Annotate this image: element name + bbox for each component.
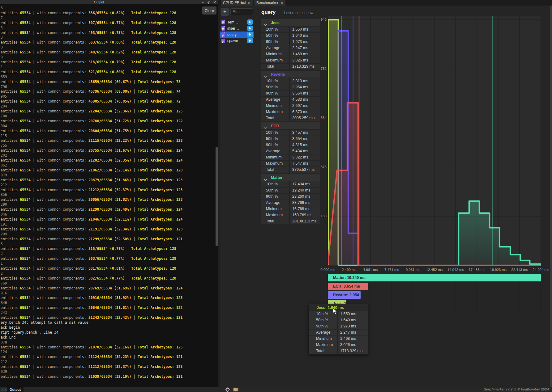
stat-value: 6.370 ms xyxy=(289,109,320,115)
stat-value: 17.404 ms xyxy=(289,181,320,187)
stat-label: Average xyxy=(261,148,289,154)
tab-close-icon[interactable]: ✕ xyxy=(248,1,250,5)
stat-row: Average2.247 ms xyxy=(261,45,320,51)
run-benchmark-button[interactable] xyxy=(247,19,253,25)
tab-cpudiff[interactable]: CPUDIFF.rbxl✕ xyxy=(221,0,253,6)
stat-label: Maximum xyxy=(261,109,289,115)
output-log-line: entities 65534 │ with common components:… xyxy=(1,129,218,134)
sidebar-item-Tem[interactable]: Tem… xyxy=(220,19,254,25)
tooltip-rows: 10th %1.550 ms50th %1.640 ms90th %1.973 … xyxy=(309,311,368,354)
chevron-down-icon[interactable] xyxy=(201,1,204,4)
series-tooltip: Jecs: 1.640 ms 10th %1.550 ms50th %1.640… xyxy=(309,304,368,355)
stat-value: 4.533 ms xyxy=(289,97,320,103)
run-benchmark-button[interactable] xyxy=(247,38,253,43)
run-benchmark-button[interactable] xyxy=(247,32,253,37)
section-header[interactable]: Matter xyxy=(261,174,320,181)
dock-tab-strip: CPUDIFF.rbxl✕ Benchmarker✕ xyxy=(218,0,552,6)
stat-row: Minimum1.468 ms xyxy=(261,51,320,57)
output-log-line: entities 65534 │ with common components:… xyxy=(1,119,218,124)
tooltip-stat-label: Maximum xyxy=(309,342,337,348)
dock-window-icon[interactable] xyxy=(207,1,211,4)
section-header[interactable]: Jecs xyxy=(261,19,320,26)
output-log[interactable]: 6entities 65534 │ with common components… xyxy=(0,4,218,387)
stat-label: 50th % xyxy=(261,136,289,142)
stat-label: Total xyxy=(261,115,289,121)
gear-icon[interactable] xyxy=(225,387,230,392)
stat-label: 90th % xyxy=(261,91,289,96)
filter-input[interactable] xyxy=(230,8,253,15)
stat-value: 2.813 ms xyxy=(289,78,320,84)
stat-row: 90th %4.315 ms xyxy=(261,142,320,148)
stat-value: 3.654 ms xyxy=(289,136,320,142)
output-log-line: entities 65534 │ with common components:… xyxy=(1,50,218,55)
stat-row: Total1713.329 ms xyxy=(261,64,320,70)
stat-label: 90th % xyxy=(261,142,289,148)
stat-value: 20108.113 ms xyxy=(289,218,320,224)
sidebar-item-query[interactable]: query xyxy=(220,32,254,38)
tooltip-stat-value: 2.247 ms xyxy=(337,330,368,335)
output-log-line: entities 65534 │ with common components:… xyxy=(1,99,218,104)
mouse-cursor xyxy=(333,308,338,315)
stat-value: 1.973 ms xyxy=(289,39,320,45)
stat-label: Total xyxy=(261,218,289,224)
tooltip-stat-label: Total xyxy=(309,348,337,354)
sidebar-item-inser[interactable]: inser… xyxy=(220,25,254,32)
output-log-line: entities 65534 │ with common components:… xyxy=(1,11,218,16)
stat-row: 50th %3.654 ms xyxy=(261,136,320,142)
tooltip-stat-row: Maximum3.026 ms xyxy=(309,342,368,348)
bottom-tab-output[interactable]: Output xyxy=(7,387,24,392)
stat-row: Total3795.537 ms xyxy=(261,167,320,173)
stat-value: 3.026 ms xyxy=(289,57,320,63)
output-scrollbar-thumb[interactable] xyxy=(216,147,218,246)
output-log-line: entities 65534 │ with common components:… xyxy=(1,247,218,251)
stats-section-rewrite: Rewrite10th %2.813 ms50th %2.954 ms90th … xyxy=(261,71,320,121)
sidebar-item-spawn[interactable]: spawn xyxy=(220,38,254,44)
tooltip-stat-label: 50th % xyxy=(309,317,337,323)
legend-bar-matter[interactable]: Matter: 19.240 ms xyxy=(328,274,541,281)
output-log-line: entities 65534 │ with common components:… xyxy=(1,40,218,45)
run-benchmark-button[interactable] xyxy=(247,26,253,31)
legend-bar-ecr[interactable]: ECR: 3.654 ms xyxy=(328,283,368,290)
section-name: Rewrite xyxy=(271,72,285,77)
legend-bar-rewrite[interactable]: Rewrite: 2.954… xyxy=(328,291,361,299)
tab-close-icon[interactable]: ✕ xyxy=(280,1,283,5)
clear-output-button[interactable]: Clear xyxy=(202,6,216,15)
tab-benchmarker[interactable]: Benchmarker✕ xyxy=(254,0,285,6)
x-axis-tick-label: 24.904 ms xyxy=(528,268,552,272)
output-log-line: entities 65534 │ with common components:… xyxy=(1,158,218,163)
output-panel: Output 6entities 65534 │ with common com… xyxy=(0,0,218,387)
section-header[interactable]: ECR xyxy=(261,122,320,129)
tab-benchmarker-label: Benchmarker xyxy=(256,1,278,5)
benchmark-histogram-chart[interactable] xyxy=(328,15,541,267)
stat-label: Maximum xyxy=(261,161,289,166)
output-log-line: entities 65534 │ with common components:… xyxy=(1,80,218,85)
section-header[interactable]: Rewrite xyxy=(261,71,320,78)
tooltip-stat-row: Minimum1.468 ms xyxy=(309,336,368,342)
output-log-line: entities 65534 │ with common components:… xyxy=(1,217,218,222)
stat-value: 3.457 ms xyxy=(289,130,320,136)
stats-section-jecs: Jecs10th %1.550 ms50th %1.640 ms90th %1.… xyxy=(261,19,320,70)
stat-label: Average xyxy=(261,200,289,206)
stat-row: Maximum150.769 ms xyxy=(261,212,320,218)
module-script-icon xyxy=(221,32,226,38)
module-script-icon xyxy=(221,20,226,26)
benchmark-name: inser… xyxy=(227,25,239,32)
stat-value: 3.564 ms xyxy=(289,91,320,96)
close-icon[interactable] xyxy=(213,1,216,4)
chevron-down-icon xyxy=(264,73,267,80)
output-log-line: entities 65534 │ with common components:… xyxy=(1,109,218,114)
module-script-icon xyxy=(221,38,226,44)
stat-row: 90th %3.564 ms xyxy=(261,91,320,96)
output-log-line: entities 65534 │ with common components:… xyxy=(1,178,218,183)
panel-scrollbar[interactable] xyxy=(550,6,552,387)
stat-row: 10th %3.457 ms xyxy=(261,130,320,136)
add-benchmark-button[interactable]: + xyxy=(221,8,229,16)
benchmark-name: query xyxy=(227,32,237,38)
output-log-line: entities 65534 │ with common components:… xyxy=(1,70,218,75)
output-log-line: entities 65534 │ with common components:… xyxy=(1,89,218,94)
output-log-line: entities 65534 │ with common components:… xyxy=(1,355,218,360)
book-icon[interactable] xyxy=(233,387,238,392)
stat-label: Total xyxy=(261,64,289,70)
tooltip-stat-label: 90th % xyxy=(309,323,337,329)
stat-label: Minimum xyxy=(261,103,289,109)
